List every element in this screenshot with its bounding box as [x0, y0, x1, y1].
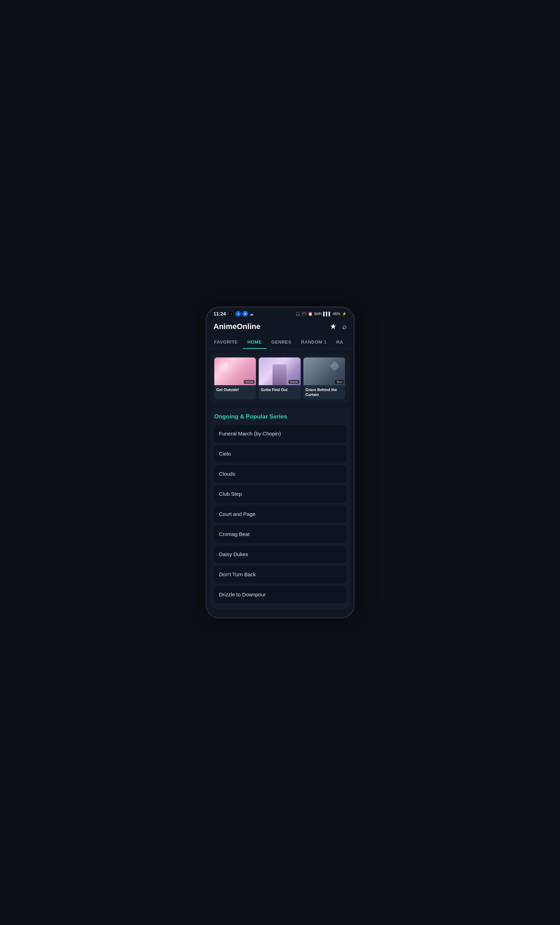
cards-section: ToonA Get Outside! ToonA Gotta Find Out …	[210, 353, 350, 404]
deco-0	[218, 361, 228, 371]
deco-2	[330, 361, 339, 371]
list-item[interactable]: Don't Turn Back	[214, 566, 346, 583]
tab-random1[interactable]: RANDOM 1	[296, 336, 331, 349]
series-name: Club Step	[219, 491, 242, 497]
anime-card-2[interactable]: Toon Grace Behind the Curtain	[303, 357, 345, 399]
list-item[interactable]: Court and Page	[214, 506, 346, 523]
deco-1	[272, 365, 286, 385]
wifi-icon: WiFi	[314, 312, 322, 316]
content-area: ToonA Get Outside! ToonA Gotta Find Out …	[207, 353, 354, 609]
app-title: AnimeOnline	[214, 322, 261, 331]
list-item[interactable]: Cromag Beat	[214, 526, 346, 543]
series-name: Cielo	[219, 451, 231, 456]
anime-card-0[interactable]: ToonA Get Outside!	[214, 357, 256, 399]
list-item[interactable]: Club Step	[214, 485, 346, 503]
list-item[interactable]: Cielo	[214, 445, 346, 462]
tab-home[interactable]: HOME	[243, 336, 266, 349]
card-title-2: Grace Behind the Curtain	[303, 385, 345, 399]
ongoing-section: Ongoing & Popular Series Funeral March (…	[210, 408, 350, 609]
nav-tabs: FAVORITE HOME GENRES RANDOM 1 RA	[207, 336, 354, 349]
signal-icon: ▌▌▌	[323, 312, 331, 316]
battery-icon: 46%	[333, 312, 340, 316]
series-name: Cromag Beat	[219, 531, 250, 537]
card-image-0: ToonA	[214, 357, 256, 385]
shazam-icon: S	[235, 311, 241, 316]
series-name: Drizzle to Downpour	[219, 592, 266, 597]
vibrate-icon: 📳	[302, 312, 307, 316]
series-name: Court and Page	[219, 511, 256, 517]
status-bar: 11:24 ♪ S ✦ ☁ 🎧 📳 ⏰ WiFi ▌▌▌ 46% ⚡	[207, 307, 354, 319]
series-name: Clouds	[219, 471, 235, 477]
tiktok-icon: ♪	[229, 311, 234, 316]
cards-row: ToonA Get Outside! ToonA Gotta Find Out …	[214, 357, 346, 399]
list-item[interactable]: Funeral March (by Chopin)	[214, 425, 346, 442]
section-title: Ongoing & Popular Series	[214, 413, 346, 420]
alarm-icon: ⏰	[308, 312, 313, 316]
charging-icon: ⚡	[342, 312, 347, 316]
cloud-icon: ☁	[249, 311, 254, 316]
header-icons: ★ ⌕	[330, 322, 347, 331]
series-name: Don't Turn Back	[219, 571, 256, 577]
list-item[interactable]: Daisy Dukes	[214, 546, 346, 563]
favorites-icon[interactable]: ★	[330, 322, 337, 331]
app-header: AnimeOnline ★ ⌕	[207, 319, 354, 336]
series-name: Funeral March (by Chopin)	[219, 431, 281, 437]
card-badge-2: Toon	[335, 380, 344, 384]
tab-ra[interactable]: RA	[331, 336, 348, 349]
card-image-2: Toon	[303, 357, 345, 385]
tab-favorite[interactable]: FAVORITE	[209, 336, 243, 349]
card-badge-0: ToonA	[244, 380, 254, 384]
search-icon[interactable]: ⌕	[342, 322, 347, 331]
list-item[interactable]: Clouds	[214, 465, 346, 483]
headphone-icon: 🎧	[295, 312, 300, 316]
list-item[interactable]: Drizzle to Downpour	[214, 586, 346, 603]
card-title-1: Gotta Find Out	[259, 385, 301, 394]
status-time: 11:24	[214, 311, 226, 316]
card-title-0: Get Outside!	[214, 385, 256, 394]
phone-frame: 11:24 ♪ S ✦ ☁ 🎧 📳 ⏰ WiFi ▌▌▌ 46% ⚡ Anime…	[206, 306, 355, 619]
bluetooth-icon: ✦	[242, 311, 248, 316]
anime-card-1[interactable]: ToonA Gotta Find Out	[259, 357, 301, 399]
card-badge-1: ToonA	[289, 380, 299, 384]
series-name: Daisy Dukes	[219, 551, 248, 557]
series-list: Funeral March (by Chopin) Cielo Clouds C…	[214, 425, 346, 603]
status-right-icons: 🎧 📳 ⏰ WiFi ▌▌▌ 46% ⚡	[295, 312, 346, 316]
tab-genres[interactable]: GENRES	[266, 336, 297, 349]
card-image-1: ToonA	[259, 357, 301, 385]
